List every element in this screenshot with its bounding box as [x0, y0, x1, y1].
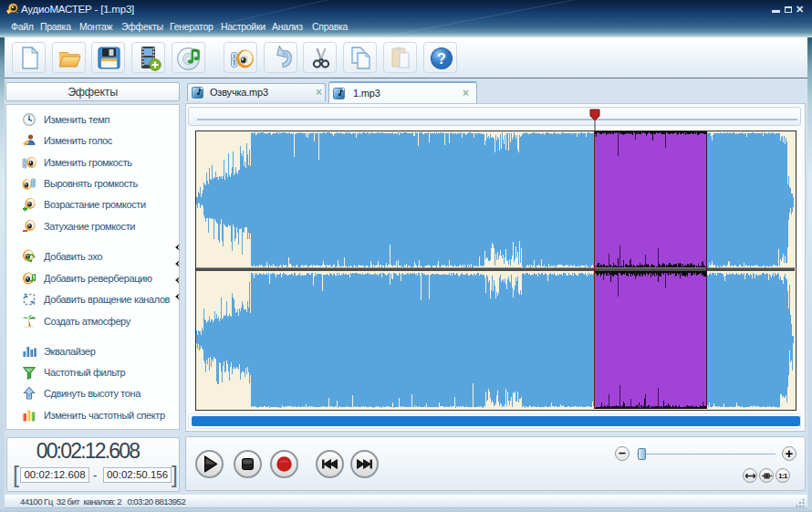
svg-text:?: ?: [437, 50, 446, 66]
